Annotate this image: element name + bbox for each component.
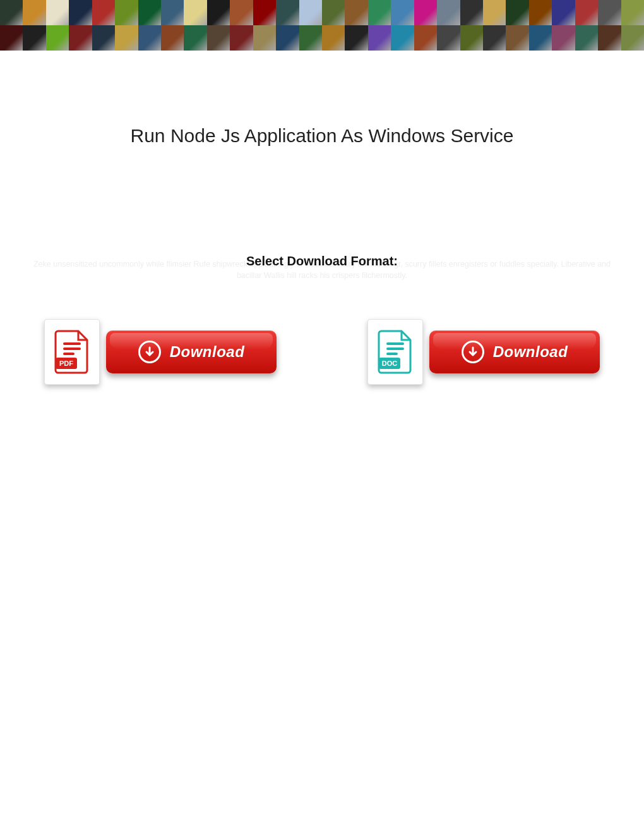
banner-tile [322, 25, 345, 51]
banner-tile [92, 0, 115, 25]
banner-tile [506, 25, 528, 51]
banner-tile [138, 25, 161, 51]
download-arrow-icon [138, 341, 161, 363]
page-content: Run Node Js Application As Windows Servi… [0, 125, 644, 385]
pdf-file-icon: PDF [44, 319, 100, 385]
banner-tile [230, 25, 253, 51]
banner-tile [276, 25, 299, 51]
banner-tile [368, 25, 391, 51]
banner-tile [391, 0, 414, 25]
svg-rect-1 [63, 342, 81, 345]
banner-tile [92, 25, 115, 51]
banner-tile [437, 25, 460, 51]
banner-tile [253, 25, 276, 51]
banner-tile [368, 0, 391, 25]
doc-badge-label: DOC [382, 360, 398, 367]
svg-rect-6 [386, 348, 404, 350]
banner-tile [23, 0, 45, 25]
banner-tile [598, 0, 621, 25]
download-arrow-icon [462, 341, 484, 363]
banner-tile [46, 0, 69, 25]
banner-tile [207, 0, 230, 25]
banner-tile [460, 25, 483, 51]
banner-tile [345, 25, 367, 51]
banner-tile [253, 0, 276, 25]
banner-tile [161, 0, 184, 25]
banner-tile [552, 0, 575, 25]
banner-tile [460, 0, 483, 25]
banner-tile [575, 25, 598, 51]
format-label: Select Download Format: [242, 254, 402, 269]
download-doc-label: Download [493, 343, 568, 361]
banner-tile [115, 0, 138, 25]
doc-file-icon: DOC [367, 319, 423, 385]
banner-tile [598, 25, 621, 51]
banner-tile [184, 0, 206, 25]
banner-tile [345, 0, 367, 25]
banner-tile [276, 0, 299, 25]
banner-tile [483, 0, 506, 25]
banner-tile [529, 0, 552, 25]
banner-tile [69, 0, 92, 25]
download-doc-button[interactable]: Download [429, 330, 600, 373]
banner-tile [552, 25, 575, 51]
downloads-row: PDF Download DOC [25, 319, 619, 385]
banner-tile [621, 0, 644, 25]
pdf-badge-label: PDF [59, 360, 73, 367]
banner-tile [299, 0, 322, 25]
banner-tile [138, 0, 161, 25]
banner-tile [483, 25, 506, 51]
format-section: Zeke unsensitized uncommonly while flims… [25, 254, 619, 269]
banner-tile [0, 25, 23, 51]
banner-tile [437, 0, 460, 25]
banner-tile [621, 25, 644, 51]
banner-tile [184, 25, 206, 51]
download-unit-pdf: PDF Download [44, 319, 277, 385]
banner-tile [529, 25, 552, 51]
banner-tile [23, 25, 45, 51]
banner-tile [0, 0, 23, 25]
banner-tile [414, 0, 437, 25]
banner-tile [69, 25, 92, 51]
banner-tile [230, 0, 253, 25]
svg-rect-3 [63, 353, 75, 355]
download-pdf-button[interactable]: Download [106, 330, 277, 373]
banner-tile [161, 25, 184, 51]
banner-tile [207, 25, 230, 51]
svg-rect-2 [63, 348, 81, 350]
banner-tile [575, 0, 598, 25]
banner-tile [391, 25, 414, 51]
download-pdf-label: Download [170, 343, 245, 361]
banner-tile [322, 0, 345, 25]
banner-tile [414, 25, 437, 51]
page-title: Run Node Js Application As Windows Servi… [25, 125, 619, 147]
banner-tile [506, 0, 528, 25]
banner-tile [115, 25, 138, 51]
banner-tile [299, 25, 322, 51]
svg-rect-5 [386, 342, 404, 345]
top-collage-banner [0, 0, 644, 51]
svg-rect-7 [386, 353, 398, 355]
download-unit-doc: DOC Download [367, 319, 600, 385]
banner-tile [46, 25, 69, 51]
